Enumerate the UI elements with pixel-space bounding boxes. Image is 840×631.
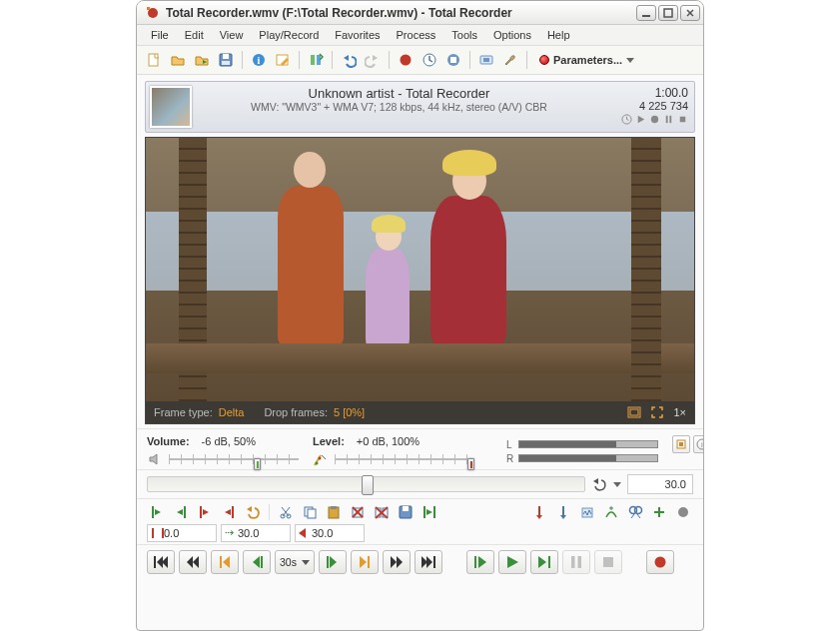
mark-start-green-icon[interactable] (147, 503, 167, 521)
go-start-button[interactable] (147, 550, 175, 574)
svg-rect-43 (200, 506, 202, 518)
seek-time[interactable]: 30.0 (627, 474, 693, 494)
level-label: Level: (313, 435, 345, 447)
go-end-button[interactable] (415, 550, 442, 574)
seek-menu-icon[interactable] (613, 482, 621, 487)
frame-type-label: Frame type: (154, 406, 213, 418)
mark-end-red-icon[interactable] (219, 503, 239, 521)
record-icon[interactable] (395, 49, 417, 71)
play-from-start-button[interactable] (466, 550, 494, 574)
seek-slider[interactable] (147, 476, 585, 492)
menu-file[interactable]: File (145, 27, 175, 43)
speaker-icon[interactable] (147, 451, 163, 467)
clock-icon (621, 114, 632, 125)
pause-button[interactable] (562, 550, 590, 574)
normalize-icon[interactable] (577, 503, 597, 521)
close-button[interactable] (680, 5, 700, 21)
titlebar[interactable]: Total Recorder.wmv (F:\Total Recorder.wm… (137, 1, 703, 25)
paste-icon[interactable] (324, 503, 344, 521)
svg-marker-82 (193, 556, 199, 568)
svg-marker-88 (330, 556, 337, 568)
svg-rect-3 (664, 9, 672, 17)
play-selection-icon[interactable] (420, 503, 439, 521)
split-red-icon[interactable] (529, 503, 549, 521)
redo-icon[interactable] (362, 49, 384, 71)
level-value: +0 dB, 100% (357, 435, 420, 447)
rewind-button[interactable] (179, 550, 207, 574)
new-file-icon[interactable] (143, 49, 165, 71)
selection-length-field[interactable]: 30.0 (221, 524, 291, 542)
svg-point-74 (635, 507, 642, 514)
cut-icon[interactable] (276, 503, 296, 521)
meter-info-icon[interactable]: i (693, 435, 704, 453)
prev-marker-button[interactable] (211, 550, 239, 574)
info-icon[interactable]: i (248, 49, 270, 71)
split-blue-icon[interactable] (553, 503, 573, 521)
undo-marker-icon[interactable] (243, 503, 263, 521)
record-button[interactable] (646, 550, 674, 574)
svg-rect-23 (483, 58, 489, 62)
menu-help[interactable]: Help (541, 27, 576, 43)
menu-edit[interactable]: Edit (179, 27, 210, 43)
next-marker-button[interactable] (351, 550, 379, 574)
open-folder-icon[interactable] (167, 49, 189, 71)
menu-view[interactable]: View (214, 27, 250, 43)
svg-point-18 (401, 55, 412, 66)
volume-slider[interactable] (169, 452, 299, 466)
addon-icon[interactable] (475, 49, 497, 71)
thumbnail[interactable] (150, 86, 192, 128)
undo-icon[interactable] (338, 49, 360, 71)
step-fwd-button[interactable] (319, 550, 347, 574)
selection-end-field[interactable]: 30.0 (295, 524, 365, 542)
fast-fwd-button[interactable] (383, 550, 411, 574)
delete-selection-icon[interactable] (348, 503, 368, 521)
play-button[interactable] (498, 550, 526, 574)
menu-tools[interactable]: Tools (445, 27, 483, 43)
insert-green-icon[interactable] (649, 503, 669, 521)
menu-process[interactable]: Process (391, 27, 442, 43)
level-icon[interactable] (313, 451, 329, 467)
stop-circle-icon[interactable] (442, 49, 464, 71)
step-back-button[interactable] (243, 550, 271, 574)
svg-rect-96 (474, 556, 476, 568)
copy-icon[interactable] (300, 503, 320, 521)
settings-wrench-icon[interactable] (499, 49, 521, 71)
menu-favorites[interactable]: Favorites (329, 27, 386, 43)
record-small-icon[interactable] (673, 503, 693, 521)
undo-seek-icon[interactable] (591, 477, 607, 491)
find-icon[interactable] (625, 503, 645, 521)
svg-rect-66 (538, 506, 540, 515)
schedule-icon[interactable] (419, 49, 440, 71)
video-display[interactable] (146, 138, 694, 401)
fullscreen-icon[interactable] (651, 406, 663, 418)
maximize-button[interactable] (658, 5, 678, 21)
tag-edit-icon[interactable] (272, 49, 294, 71)
mixer-icon[interactable] (305, 49, 327, 71)
svg-rect-31 (630, 409, 638, 415)
save-selection-icon[interactable] (396, 503, 416, 521)
parameters-label: Parameters... (553, 54, 622, 66)
svg-text:i: i (258, 55, 261, 66)
meter-mode-icon[interactable] (672, 435, 690, 453)
fade-icon[interactable] (601, 503, 621, 521)
mark-start-red-icon[interactable] (195, 503, 215, 521)
svg-rect-53 (331, 506, 337, 509)
aspect-icon[interactable] (627, 406, 641, 418)
svg-rect-83 (220, 556, 222, 568)
menu-play-record[interactable]: Play/Record (253, 27, 325, 43)
zoom-value[interactable]: 1× (673, 406, 686, 418)
level-slider[interactable] (335, 452, 474, 466)
open-folder-play-icon[interactable] (191, 49, 213, 71)
minimize-button[interactable] (636, 5, 656, 21)
selection-start-field[interactable]: 0.0 (147, 524, 217, 542)
stop-button[interactable] (594, 550, 622, 574)
skip-interval-select[interactable]: 30s (275, 550, 315, 574)
menu-options[interactable]: Options (487, 27, 537, 43)
mark-end-green-icon[interactable] (171, 503, 191, 521)
svg-rect-29 (680, 117, 686, 123)
save-icon[interactable] (215, 49, 237, 71)
parameters-button[interactable]: Parameters... (532, 49, 641, 71)
mini-pause-icon (663, 114, 674, 125)
crop-icon[interactable] (372, 503, 392, 521)
play-to-end-button[interactable] (530, 550, 558, 574)
